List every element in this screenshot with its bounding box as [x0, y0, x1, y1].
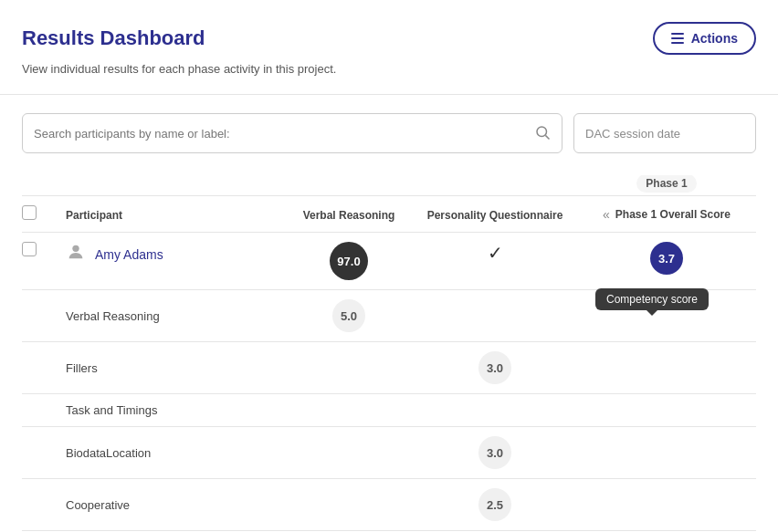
personality-col-header: Personality Questionnaire: [413, 207, 577, 222]
participant-cell: Amy Adams: [66, 242, 285, 267]
table-row: Amy Adams 97.0 ✓ 3.7: [22, 233, 756, 290]
header: Results Dashboard Actions: [22, 22, 756, 55]
divider: [0, 94, 778, 95]
overall-score-badge: 3.7: [650, 242, 683, 275]
search-icon: [534, 124, 551, 143]
sub-row-label: Task and Timings: [22, 403, 285, 417]
search-box[interactable]: [22, 113, 562, 153]
participant-name[interactable]: Amy Adams: [95, 247, 163, 262]
column-headers: Participant Verbal Reasoning Personality…: [22, 196, 756, 233]
sub-row-label: BiodataLocation: [22, 446, 285, 460]
page-subtitle: View individual results for each phase a…: [22, 62, 756, 76]
personality-score-cell: ✓: [413, 242, 577, 264]
overall-score-cell: 3.7: [577, 242, 756, 275]
search-input[interactable]: [34, 127, 534, 141]
verbal-score-badge: 97.0: [330, 242, 368, 280]
sub-row-label: Fillers: [22, 361, 285, 375]
phase-label-cell: Phase 1: [577, 175, 756, 190]
search-row: DAC session date: [22, 113, 756, 153]
sub-row: Verbal Reasoning Competency score 5.0: [22, 290, 756, 342]
sub-row: Fillers 3.0: [22, 342, 756, 394]
page-title: Results Dashboard: [22, 26, 205, 50]
verbal-score-cell: 97.0: [285, 242, 413, 280]
results-table: Phase 1 Participant Verbal Reasoning Per…: [22, 175, 756, 531]
sub-row-label: Cooperative: [22, 498, 285, 512]
personality-sub-score-cell: 2.5: [413, 488, 577, 521]
page: Results Dashboard Actions View individua…: [0, 0, 778, 532]
participant-col-header: Participant: [66, 207, 285, 222]
personality-sub-score-badge: 2.5: [478, 488, 511, 521]
overall-col-header: « Phase 1 Overall Score: [577, 207, 756, 222]
phase-label: Phase 1: [636, 175, 696, 193]
select-all-checkbox[interactable]: [22, 205, 37, 220]
sub-row: BiodataLocation 3.0: [22, 427, 756, 479]
personality-sub-score-cell: 3.0: [413, 436, 577, 469]
svg-point-2: [72, 245, 79, 252]
personality-sub-score-badge: 3.0: [478, 436, 511, 469]
actions-button[interactable]: Actions: [653, 22, 756, 55]
personality-check-icon: ✓: [488, 242, 503, 264]
menu-icon: [671, 33, 684, 44]
chevron-left-icon: «: [603, 207, 610, 222]
verbal-col-header: Verbal Reasoning: [285, 207, 413, 222]
svg-point-0: [537, 127, 547, 137]
sub-row: Task and Timings: [22, 394, 756, 427]
competency-score-tooltip: Competency score: [595, 288, 709, 310]
row-checkbox[interactable]: [22, 242, 37, 256]
sub-row: Cooperative 2.5: [22, 479, 756, 531]
phase-header-row: Phase 1: [22, 175, 756, 196]
personality-sub-score-cell: 3.0: [413, 351, 577, 384]
verbal-sub-score-badge: 5.0: [332, 299, 365, 332]
avatar: [66, 242, 86, 267]
sub-row-label: Verbal Reasoning: [22, 309, 285, 323]
verbal-sub-score-cell: Competency score 5.0: [285, 299, 413, 332]
personality-sub-score-badge: 3.0: [478, 351, 511, 384]
check-col-header: [22, 205, 66, 223]
row-checkbox-cell: [22, 242, 66, 259]
dac-session-date-input[interactable]: DAC session date: [573, 113, 756, 153]
svg-line-1: [545, 135, 549, 139]
